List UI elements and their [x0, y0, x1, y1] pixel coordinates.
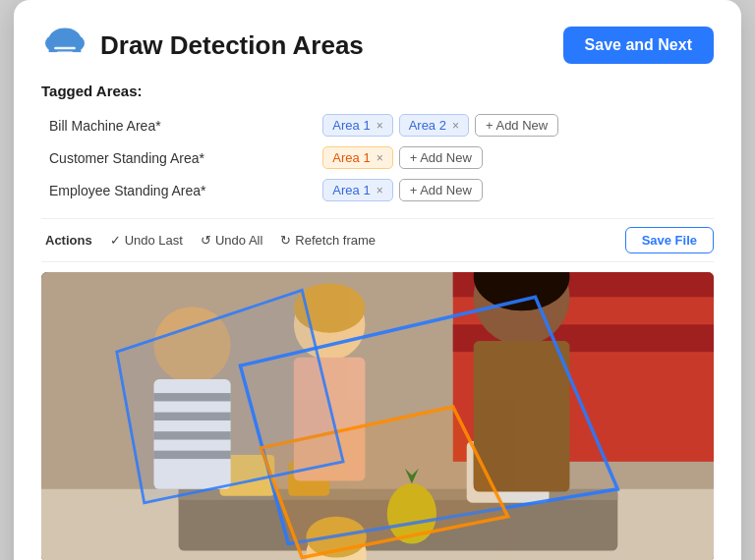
tagged-areas-label: Tagged Areas:: [41, 83, 714, 99]
tag-area1-orange[interactable]: Area 1 ×: [322, 146, 392, 169]
header: Draw Detection Areas Save and Next: [41, 24, 714, 67]
add-new-button[interactable]: + Add New: [475, 114, 558, 137]
page-title: Draw Detection Areas: [100, 30, 364, 61]
header-left: Draw Detection Areas: [41, 24, 364, 67]
svg-rect-5: [57, 51, 73, 54]
check-icon: ✓: [110, 233, 121, 248]
tag-close-icon[interactable]: ×: [377, 184, 383, 197]
tag-label: Area 1: [332, 118, 370, 133]
refetch-button[interactable]: ↻ Refetch frame: [280, 233, 376, 248]
save-next-button[interactable]: Save and Next: [563, 27, 714, 64]
area-tags: Area 1 × Area 2 × + Add New: [322, 114, 706, 137]
table-row: Bill Machine Area* Area 1 × Area 2 × + A…: [41, 109, 714, 141]
canvas-area[interactable]: Draw Detection Areas for Better Detailin…: [41, 272, 714, 560]
tag-area2[interactable]: Area 2 ×: [399, 114, 469, 137]
svg-rect-4: [54, 47, 76, 50]
tag-area1[interactable]: Area 1 ×: [322, 114, 392, 137]
tag-area1-blue[interactable]: Area 1 ×: [322, 179, 392, 201]
area-tags: Area 1 × + Add New: [322, 179, 706, 201]
svg-rect-6: [60, 56, 71, 59]
add-new-button[interactable]: + Add New: [399, 146, 483, 169]
area-row-label: Bill Machine Area*: [41, 109, 315, 141]
actions-bar: Actions ✓ Undo Last ↺ Undo All ↻ Refetch…: [41, 218, 714, 262]
undo-last-button[interactable]: ✓ Undo Last: [110, 233, 183, 248]
tag-close-icon[interactable]: ×: [377, 151, 383, 165]
tag-label: Area 1: [332, 183, 370, 197]
table-row: Customer Standing Area* Area 1 × + Add N…: [41, 141, 714, 174]
canvas-wrapper: Draw Detection Areas for Better Detailin…: [41, 272, 714, 560]
tag-close-icon[interactable]: ×: [377, 119, 383, 133]
undo-last-label: Undo Last: [125, 233, 183, 248]
logo-icon: [41, 24, 88, 67]
main-card: Draw Detection Areas Save and Next Tagge…: [14, 0, 741, 560]
tag-label: Area 1: [332, 150, 370, 165]
tag-label: Area 2: [409, 118, 446, 133]
areas-table: Bill Machine Area* Area 1 × Area 2 × + A…: [41, 109, 714, 206]
svg-rect-31: [474, 341, 570, 492]
refetch-icon: ↻: [280, 233, 291, 248]
refetch-label: Refetch frame: [295, 233, 376, 248]
undo-all-label: Undo All: [215, 233, 262, 248]
area-row-label: Customer Standing Area*: [41, 141, 315, 174]
actions-label: Actions: [45, 233, 92, 248]
save-file-button[interactable]: Save File: [625, 227, 714, 253]
add-new-button[interactable]: + Add New: [399, 179, 483, 201]
undo-all-button[interactable]: ↺ Undo All: [201, 233, 262, 248]
undo-all-icon: ↺: [201, 233, 211, 248]
table-row: Employee Standing Area* Area 1 × + Add N…: [41, 174, 714, 206]
area-tags: Area 1 × + Add New: [322, 146, 706, 169]
tag-close-icon[interactable]: ×: [452, 119, 459, 133]
area-row-label: Employee Standing Area*: [41, 174, 315, 206]
